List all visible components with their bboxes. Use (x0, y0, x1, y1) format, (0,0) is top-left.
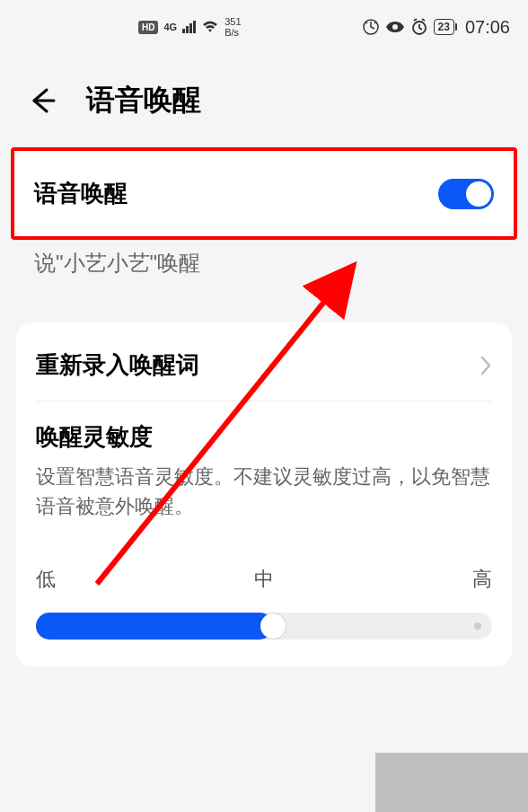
voice-wake-row[interactable]: 语音唤醒 (14, 151, 514, 236)
slider-end-dot (474, 622, 481, 630)
svg-point-1 (392, 24, 398, 30)
alarm-icon (410, 18, 428, 36)
slider-label-low: 低 (36, 566, 56, 593)
battery-icon: 23 (434, 19, 454, 35)
toggle-knob (466, 181, 491, 207)
network-speed: 351 B/s (224, 16, 241, 38)
slider-labels: 低 中 高 (36, 566, 492, 593)
eye-icon (385, 20, 405, 34)
status-right: 23 07:06 (362, 17, 510, 38)
rerecord-row[interactable]: 重新录入唤醒词 (36, 344, 492, 402)
sensitivity-slider[interactable] (36, 613, 492, 640)
wake-phrase-text: 说"小艺小艺"唤醒 (0, 240, 528, 296)
sensitivity-title: 唤醒灵敏度 (36, 421, 492, 453)
voice-wake-toggle[interactable] (438, 179, 494, 209)
hd-icon: HD (138, 21, 158, 34)
voice-wake-card: 语音唤醒 (14, 151, 514, 236)
status-bar: HD 4G 351 B/s 23 07:06 (0, 0, 528, 54)
settings-card: 重新录入唤醒词 唤醒灵敏度 设置智慧语音灵敏度。不建议灵敏度过高，以免智慧语音被… (16, 322, 512, 666)
slider-label-high: 高 (472, 566, 492, 593)
highlight-annotation: 语音唤醒 (11, 147, 517, 240)
slider-thumb[interactable] (260, 613, 286, 639)
wifi-icon (201, 20, 219, 34)
slider-label-mid: 中 (254, 566, 274, 593)
rerecord-label: 重新录入唤醒词 (36, 349, 199, 381)
sensitivity-desc: 设置智慧语音灵敏度。不建议灵敏度过高，以免智慧语音被意外唤醒。 (36, 462, 492, 521)
signal-icon (182, 21, 196, 33)
sensitivity-block: 唤醒灵敏度 设置智慧语音灵敏度。不建议灵敏度过高，以免智慧语音被意外唤醒。 低 … (36, 402, 492, 640)
sync-icon (362, 18, 380, 36)
slider-fill (36, 613, 273, 640)
page-title: 语音唤醒 (86, 81, 201, 120)
gray-overlay (375, 753, 528, 812)
network-type: 4G (163, 22, 177, 32)
back-icon[interactable] (27, 84, 59, 117)
status-left: HD 4G 351 B/s (18, 16, 362, 38)
page-header: 语音唤醒 (0, 54, 528, 147)
clock: 07:06 (465, 17, 510, 38)
chevron-right-icon (480, 355, 492, 376)
voice-wake-label: 语音唤醒 (34, 178, 128, 209)
